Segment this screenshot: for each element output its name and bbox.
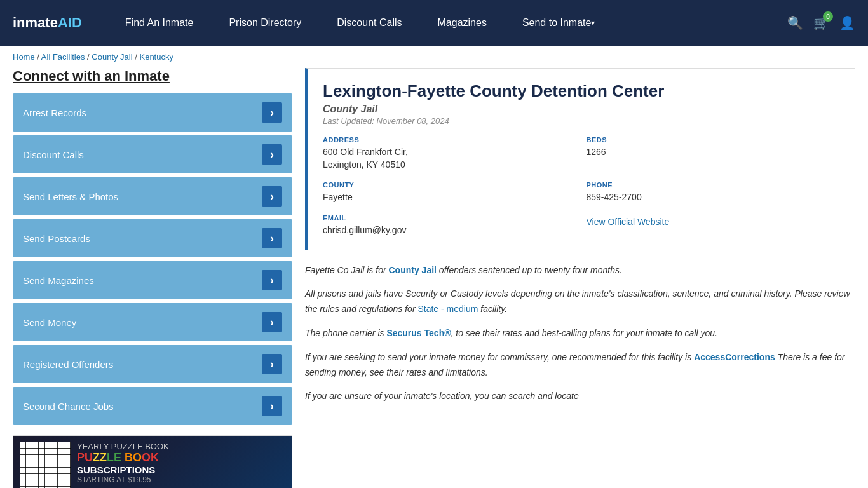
facility-last-updated: Last Updated: November 08, 2024	[323, 116, 839, 126]
access-corrections-link[interactable]: AccessCorrections	[694, 352, 775, 362]
beds-label: BEDS	[587, 136, 840, 144]
nav-find-inmate[interactable]: Find An Inmate	[107, 0, 212, 46]
ad-yearly-label: YEARLY PUZZLE BOOK	[77, 442, 247, 451]
county-value: Fayette	[323, 191, 576, 204]
desc-p1-post: offenders sentenced up to twenty four mo…	[437, 265, 622, 275]
desc-p1: Fayette Co Jail is for County Jail offen…	[305, 263, 855, 278]
beds-block: BEDS 1266	[587, 136, 840, 171]
beds-value: 1266	[587, 146, 840, 159]
logo-text: inmateAID	[13, 15, 82, 31]
website-link[interactable]: View Official Website	[587, 217, 670, 227]
desc-p2-post: facility.	[478, 304, 507, 314]
sidebar-send-magazines[interactable]: Send Magazines ›	[13, 261, 292, 299]
desc-p1-pre: Fayette Co Jail is for	[305, 265, 389, 275]
ad-inner: YEARLY PUZZLE BOOK PUZZLE BOOK SUBSCRIPT…	[13, 436, 292, 488]
description: Fayette Co Jail is for County Jail offen…	[305, 263, 855, 405]
sidebar-send-letters-label: Send Letters & Photos	[23, 191, 118, 202]
county-block: COUNTY Fayette	[323, 181, 576, 204]
cart-badge: 0	[823, 11, 833, 22]
ad-subscriptions-label: SUBSCRIPTIONS	[77, 464, 247, 475]
county-jail-link[interactable]: County Jail	[389, 265, 437, 275]
nav-discount-calls[interactable]: Discount Calls	[319, 0, 419, 46]
main-layout: Connect with an Inmate Arrest Records › …	[0, 68, 868, 488]
sidebar-second-chance-jobs[interactable]: Second Chance Jobs ›	[13, 387, 292, 425]
sidebar-send-postcards[interactable]: Send Postcards ›	[13, 219, 292, 257]
phone-value: 859-425-2700	[587, 191, 840, 204]
sidebar-arrow-icon: ›	[262, 144, 282, 165]
sidebar-arrow-icon: ›	[262, 354, 282, 374]
sidebar-arrow-icon: ›	[262, 228, 282, 248]
sidebar-arrow-icon: ›	[262, 312, 282, 332]
user-icon[interactable]: 👤	[839, 15, 855, 30]
sidebar-arrow-icon: ›	[262, 186, 282, 207]
breadcrumb-home[interactable]: Home	[13, 52, 35, 62]
breadcrumb-kentucky[interactable]: Kentucky	[139, 52, 173, 62]
ad-banner[interactable]: YEARLY PUZZLE BOOK PUZZLE BOOK SUBSCRIPT…	[13, 435, 292, 488]
facility-card: Lexington-Fayette County Detention Cente…	[305, 68, 855, 250]
email-block: EMAIL chrisd.gillum@ky.gov	[323, 214, 576, 237]
desc-p3-post: , to see their rates and best-calling pl…	[451, 328, 717, 338]
cart-icon[interactable]: 🛒 0	[813, 15, 829, 30]
desc-p4-pre: If you are seeking to send your inmate m…	[305, 352, 694, 362]
sidebar-send-money-label: Send Money	[23, 317, 76, 328]
sidebar-arrest-records[interactable]: Arrest Records ›	[13, 93, 292, 132]
address-label: ADDRESS	[323, 136, 576, 144]
sidebar-send-postcards-label: Send Postcards	[23, 233, 90, 244]
county-label: COUNTY	[323, 181, 576, 189]
desc-p2-pre: All prisons and jails have Security or C…	[305, 288, 850, 314]
phone-label: PHONE	[587, 181, 840, 189]
sidebar-send-letters[interactable]: Send Letters & Photos ›	[13, 177, 292, 215]
sidebar: Connect with an Inmate Arrest Records › …	[13, 68, 292, 488]
header-icons: 🔍 🛒 0 👤	[787, 15, 855, 30]
breadcrumb: Home / All Facilities / County Jail / Ke…	[0, 46, 868, 68]
main-content: Lexington-Fayette County Detention Cente…	[305, 68, 855, 488]
ad-text: YEARLY PUZZLE BOOK PUZZLE BOOK SUBSCRIPT…	[77, 442, 247, 489]
email-value: chrisd.gillum@ky.gov	[323, 224, 576, 237]
sidebar-arrow-icon: ›	[262, 270, 282, 290]
address-block: ADDRESS 600 Old Frankfort Cir,Lexington,…	[323, 136, 576, 171]
desc-p5: If you are unsure of your inmate's locat…	[305, 389, 855, 404]
facility-info-grid: ADDRESS 600 Old Frankfort Cir,Lexington,…	[323, 136, 839, 236]
logo[interactable]: inmateAID	[13, 15, 82, 31]
address-value: 600 Old Frankfort Cir,Lexington, KY 4051…	[323, 146, 576, 171]
desc-p3: The phone carrier is Securus Tech®, to s…	[305, 326, 855, 341]
desc-p4: If you are seeking to send your inmate m…	[305, 350, 855, 381]
sidebar-registered-offenders[interactable]: Registered Offenders ›	[13, 345, 292, 383]
nav-send-to-inmate[interactable]: Send to Inmate	[505, 0, 613, 46]
sidebar-arrow-icon: ›	[262, 102, 282, 123]
sidebar-second-chance-jobs-label: Second Chance Jobs	[23, 401, 114, 412]
nav-magazines[interactable]: Magazines	[420, 0, 505, 46]
desc-p2: All prisons and jails have Security or C…	[305, 287, 855, 317]
phone-block: PHONE 859-425-2700	[587, 181, 840, 204]
website-block: View Official Website	[587, 214, 840, 237]
site-header: inmateAID Find An Inmate Prison Director…	[0, 0, 868, 46]
sidebar-discount-calls[interactable]: Discount Calls ›	[13, 135, 292, 173]
breadcrumb-county-jail[interactable]: County Jail	[92, 52, 132, 62]
sidebar-send-money[interactable]: Send Money ›	[13, 303, 292, 341]
facility-name: Lexington-Fayette County Detention Cente…	[323, 81, 839, 101]
nav-prison-directory[interactable]: Prison Directory	[211, 0, 319, 46]
sidebar-arrow-icon: ›	[262, 396, 282, 416]
ad-starting-label: STARTING AT $19.95	[77, 475, 247, 484]
sidebar-arrest-records-label: Arrest Records	[23, 107, 86, 118]
search-icon[interactable]: 🔍	[787, 15, 803, 30]
main-nav: Find An Inmate Prison Directory Discount…	[107, 0, 787, 46]
ad-puzzle-label: PUZZLE BOOK	[77, 451, 247, 464]
sidebar-registered-offenders-label: Registered Offenders	[23, 359, 113, 370]
breadcrumb-all-facilities[interactable]: All Facilities	[41, 52, 85, 62]
sidebar-discount-calls-label: Discount Calls	[23, 149, 84, 160]
state-medium-link[interactable]: State - medium	[417, 304, 478, 314]
ad-puzzle-image	[20, 442, 71, 488]
desc-p3-pre: The phone carrier is	[305, 328, 386, 338]
sidebar-title: Connect with an Inmate	[13, 68, 292, 85]
email-label: EMAIL	[323, 214, 576, 222]
securus-link[interactable]: Securus Tech®	[386, 328, 451, 338]
facility-type: County Jail	[323, 104, 839, 115]
sidebar-send-magazines-label: Send Magazines	[23, 275, 94, 286]
